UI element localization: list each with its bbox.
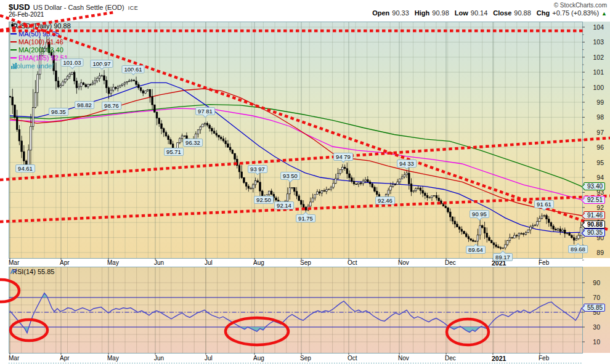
- stockcharts-chart-page: $USD (Daily) 90.88MA(50) 90.35MA(100) 91…: [0, 0, 610, 364]
- chart-canvas: [0, 0, 610, 364]
